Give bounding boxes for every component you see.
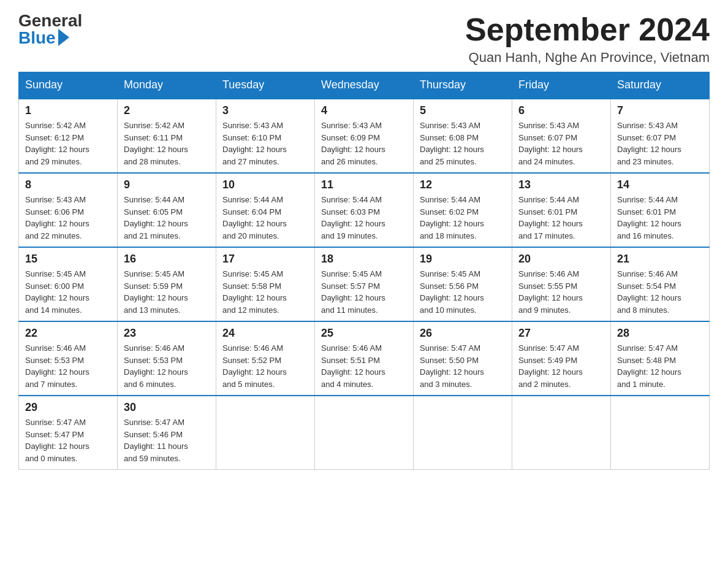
calendar-cell: 1 Sunrise: 5:42 AMSunset: 6:12 PMDayligh…	[19, 99, 118, 174]
page-header: General Blue September 2024 Quan Hanh, N…	[18, 12, 710, 66]
calendar-cell: 24 Sunrise: 5:46 AMSunset: 5:52 PMDaylig…	[216, 321, 315, 396]
day-number: 4	[321, 104, 407, 117]
weekday-header-tuesday: Tuesday	[216, 72, 315, 99]
day-info: Sunrise: 5:42 AMSunset: 6:12 PMDaylight:…	[25, 121, 89, 166]
calendar-cell: 25 Sunrise: 5:46 AMSunset: 5:51 PMDaylig…	[315, 321, 414, 396]
calendar-cell: 16 Sunrise: 5:45 AMSunset: 5:59 PMDaylig…	[118, 247, 216, 321]
day-info: Sunrise: 5:45 AMSunset: 5:57 PMDaylight:…	[321, 269, 385, 315]
day-number: 12	[420, 178, 506, 191]
calendar-title: September 2024	[465, 12, 710, 47]
calendar-cell	[512, 396, 611, 470]
weekday-header-row: SundayMondayTuesdayWednesdayThursdayFrid…	[19, 72, 710, 99]
calendar-cell: 23 Sunrise: 5:46 AMSunset: 5:53 PMDaylig…	[118, 321, 216, 396]
day-info: Sunrise: 5:44 AMSunset: 6:04 PMDaylight:…	[222, 195, 287, 240]
calendar-cell: 27 Sunrise: 5:47 AMSunset: 5:49 PMDaylig…	[512, 321, 611, 396]
day-number: 16	[124, 253, 210, 266]
day-info: Sunrise: 5:44 AMSunset: 6:03 PMDaylight:…	[321, 195, 385, 240]
day-info: Sunrise: 5:43 AMSunset: 6:07 PMDaylight:…	[617, 121, 681, 166]
day-number: 22	[25, 327, 111, 340]
logo: General Blue	[18, 12, 82, 47]
weekday-header-monday: Monday	[118, 72, 216, 99]
calendar-cell	[315, 396, 414, 470]
calendar-table: SundayMondayTuesdayWednesdayThursdayFrid…	[18, 72, 710, 470]
calendar-cell: 20 Sunrise: 5:46 AMSunset: 5:55 PMDaylig…	[512, 247, 611, 321]
logo-blue-text: Blue	[18, 29, 56, 47]
day-number: 1	[25, 104, 111, 117]
day-number: 8	[25, 178, 111, 191]
calendar-cell: 5 Sunrise: 5:43 AMSunset: 6:08 PMDayligh…	[414, 99, 512, 174]
day-info: Sunrise: 5:43 AMSunset: 6:07 PMDaylight:…	[518, 121, 583, 166]
day-number: 9	[124, 178, 210, 191]
calendar-cell: 2 Sunrise: 5:42 AMSunset: 6:11 PMDayligh…	[118, 99, 216, 174]
day-number: 30	[124, 401, 210, 414]
day-info: Sunrise: 5:47 AMSunset: 5:47 PMDaylight:…	[25, 418, 89, 463]
day-number: 24	[222, 327, 308, 340]
calendar-cell: 4 Sunrise: 5:43 AMSunset: 6:09 PMDayligh…	[315, 99, 414, 174]
calendar-cell: 28 Sunrise: 5:47 AMSunset: 5:48 PMDaylig…	[611, 321, 710, 396]
calendar-cell: 3 Sunrise: 5:43 AMSunset: 6:10 PMDayligh…	[216, 99, 315, 174]
day-number: 17	[222, 253, 308, 266]
day-info: Sunrise: 5:45 AMSunset: 5:56 PMDaylight:…	[420, 269, 484, 315]
day-info: Sunrise: 5:43 AMSunset: 6:06 PMDaylight:…	[25, 195, 89, 240]
day-number: 7	[617, 104, 703, 117]
calendar-cell: 18 Sunrise: 5:45 AMSunset: 5:57 PMDaylig…	[315, 247, 414, 321]
day-info: Sunrise: 5:44 AMSunset: 6:02 PMDaylight:…	[420, 195, 484, 240]
day-info: Sunrise: 5:42 AMSunset: 6:11 PMDaylight:…	[124, 121, 188, 166]
calendar-cell: 11 Sunrise: 5:44 AMSunset: 6:03 PMDaylig…	[315, 173, 414, 247]
calendar-cell: 6 Sunrise: 5:43 AMSunset: 6:07 PMDayligh…	[512, 99, 611, 174]
day-info: Sunrise: 5:47 AMSunset: 5:50 PMDaylight:…	[420, 343, 484, 389]
calendar-cell: 26 Sunrise: 5:47 AMSunset: 5:50 PMDaylig…	[414, 321, 512, 396]
day-info: Sunrise: 5:46 AMSunset: 5:51 PMDaylight:…	[321, 343, 385, 389]
calendar-week-row: 29 Sunrise: 5:47 AMSunset: 5:47 PMDaylig…	[19, 396, 710, 470]
day-info: Sunrise: 5:46 AMSunset: 5:52 PMDaylight:…	[222, 343, 287, 389]
day-number: 5	[420, 104, 506, 117]
weekday-header-saturday: Saturday	[611, 72, 710, 99]
calendar-cell: 22 Sunrise: 5:46 AMSunset: 5:53 PMDaylig…	[19, 321, 118, 396]
day-info: Sunrise: 5:45 AMSunset: 5:59 PMDaylight:…	[124, 269, 188, 315]
calendar-cell	[611, 396, 710, 470]
title-area: September 2024 Quan Hanh, Nghe An Provin…	[465, 12, 710, 66]
calendar-cell: 29 Sunrise: 5:47 AMSunset: 5:47 PMDaylig…	[19, 396, 118, 470]
day-number: 23	[124, 327, 210, 340]
day-number: 3	[222, 104, 308, 117]
day-number: 14	[617, 178, 703, 191]
day-info: Sunrise: 5:44 AMSunset: 6:05 PMDaylight:…	[124, 195, 188, 240]
weekday-header-thursday: Thursday	[414, 72, 512, 99]
weekday-header-wednesday: Wednesday	[315, 72, 414, 99]
day-info: Sunrise: 5:46 AMSunset: 5:53 PMDaylight:…	[25, 343, 89, 389]
calendar-cell: 21 Sunrise: 5:46 AMSunset: 5:54 PMDaylig…	[611, 247, 710, 321]
calendar-cell: 14 Sunrise: 5:44 AMSunset: 6:01 PMDaylig…	[611, 173, 710, 247]
day-info: Sunrise: 5:43 AMSunset: 6:08 PMDaylight:…	[420, 121, 484, 166]
day-number: 6	[518, 104, 604, 117]
day-info: Sunrise: 5:45 AMSunset: 5:58 PMDaylight:…	[222, 269, 287, 315]
day-number: 29	[25, 401, 111, 414]
day-number: 18	[321, 253, 407, 266]
day-info: Sunrise: 5:46 AMSunset: 5:54 PMDaylight:…	[617, 269, 681, 315]
day-number: 13	[518, 178, 604, 191]
calendar-cell	[216, 396, 315, 470]
day-number: 26	[420, 327, 506, 340]
calendar-body: 1 Sunrise: 5:42 AMSunset: 6:12 PMDayligh…	[19, 99, 710, 470]
day-number: 27	[518, 327, 604, 340]
calendar-cell: 10 Sunrise: 5:44 AMSunset: 6:04 PMDaylig…	[216, 173, 315, 247]
calendar-cell: 17 Sunrise: 5:45 AMSunset: 5:58 PMDaylig…	[216, 247, 315, 321]
day-info: Sunrise: 5:47 AMSunset: 5:49 PMDaylight:…	[518, 343, 583, 389]
calendar-cell: 8 Sunrise: 5:43 AMSunset: 6:06 PMDayligh…	[19, 173, 118, 247]
day-number: 19	[420, 253, 506, 266]
calendar-cell: 9 Sunrise: 5:44 AMSunset: 6:05 PMDayligh…	[118, 173, 216, 247]
calendar-cell: 13 Sunrise: 5:44 AMSunset: 6:01 PMDaylig…	[512, 173, 611, 247]
logo-arrow-icon	[58, 29, 69, 46]
weekday-header-friday: Friday	[512, 72, 611, 99]
day-number: 28	[617, 327, 703, 340]
calendar-week-row: 8 Sunrise: 5:43 AMSunset: 6:06 PMDayligh…	[19, 173, 710, 247]
day-number: 10	[222, 178, 308, 191]
day-info: Sunrise: 5:43 AMSunset: 6:09 PMDaylight:…	[321, 121, 385, 166]
calendar-cell: 7 Sunrise: 5:43 AMSunset: 6:07 PMDayligh…	[611, 99, 710, 174]
calendar-cell: 15 Sunrise: 5:45 AMSunset: 6:00 PMDaylig…	[19, 247, 118, 321]
day-info: Sunrise: 5:47 AMSunset: 5:48 PMDaylight:…	[617, 343, 681, 389]
day-info: Sunrise: 5:44 AMSunset: 6:01 PMDaylight:…	[617, 195, 681, 240]
calendar-cell: 19 Sunrise: 5:45 AMSunset: 5:56 PMDaylig…	[414, 247, 512, 321]
weekday-header-sunday: Sunday	[19, 72, 118, 99]
day-info: Sunrise: 5:46 AMSunset: 5:55 PMDaylight:…	[518, 269, 583, 315]
day-info: Sunrise: 5:44 AMSunset: 6:01 PMDaylight:…	[518, 195, 583, 240]
